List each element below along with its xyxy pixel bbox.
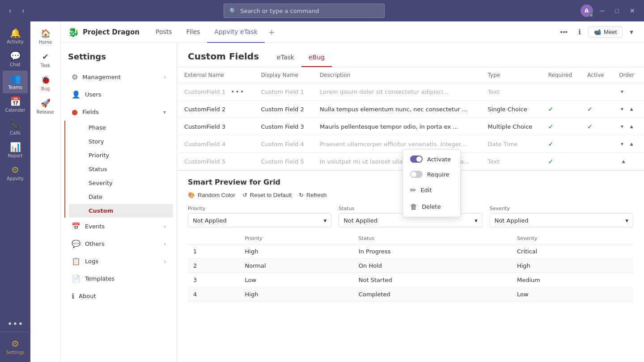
top-bar: ‹ › 🔍 Search or type a command A ─ □ ✕ bbox=[0, 0, 644, 21]
settings-sub-status[interactable]: Status bbox=[69, 162, 173, 176]
tab-bar-more-button[interactable]: ••• bbox=[556, 26, 571, 38]
cell-type: Text bbox=[481, 83, 541, 101]
sidebar-item-activity[interactable]: 🔔 Activity bbox=[3, 25, 28, 48]
row-actions-button[interactable]: ••• bbox=[231, 88, 245, 95]
others-icon: 💬 bbox=[72, 240, 80, 248]
random-color-label: Random Color bbox=[198, 192, 235, 198]
task-label: Task bbox=[41, 63, 51, 68]
severity-filter-value: Not Applied bbox=[495, 217, 529, 224]
priority-filter-select[interactable]: Not Applied ▾ bbox=[188, 213, 331, 227]
sidebar2-item-home[interactable]: 🏠 Home bbox=[32, 25, 59, 48]
settings-sub-priority[interactable]: Priority bbox=[69, 148, 173, 162]
order-up-button[interactable]: ▲ bbox=[619, 157, 628, 165]
sidebar2-item-bug[interactable]: 🐞 Bug bbox=[32, 72, 59, 95]
order-down-button[interactable]: ▾ bbox=[619, 122, 625, 130]
content-header: Custom Fields eTask eBug bbox=[177, 43, 644, 67]
order-down-button[interactable]: ▾ bbox=[619, 140, 625, 148]
sidebar2-item-release[interactable]: 🚀 Release bbox=[32, 95, 59, 118]
minimize-button[interactable]: ─ bbox=[597, 5, 608, 16]
search-bar[interactable]: 🔍 Search or type a command bbox=[224, 4, 385, 18]
avatar[interactable]: A bbox=[580, 4, 593, 17]
content-tab-etask[interactable]: eTask bbox=[270, 50, 301, 67]
cell-order: ▾ ▲ bbox=[612, 101, 644, 118]
settings-sub-date[interactable]: Date bbox=[69, 190, 173, 204]
tab-add-button[interactable]: + bbox=[265, 27, 279, 37]
settings-item-users[interactable]: 👤 Users bbox=[64, 86, 173, 103]
settings-item-logs[interactable]: 📋 Logs › bbox=[64, 253, 173, 270]
context-menu-delete[interactable]: 🗑 Delete bbox=[403, 198, 460, 215]
th-order: Order bbox=[612, 67, 644, 83]
sidebar-item-teams[interactable]: 👥 Teams bbox=[3, 71, 28, 93]
tab-files[interactable]: Files bbox=[179, 21, 208, 43]
content-tab-ebug[interactable]: eBug bbox=[301, 50, 332, 67]
settings-item-fields[interactable]: ● Fields ▾ bbox=[64, 103, 173, 121]
tab-posts[interactable]: Posts bbox=[148, 21, 179, 43]
cell-active bbox=[580, 153, 612, 170]
require-toggle-dot bbox=[411, 172, 416, 177]
sidebar-item-more[interactable]: ••• bbox=[3, 316, 28, 332]
required-checkmark: ✓ bbox=[548, 105, 554, 113]
sidebar-item-chat[interactable]: 💬 Chat bbox=[3, 48, 28, 71]
cell-type: Single Choice bbox=[481, 101, 541, 118]
context-menu-activate[interactable]: Activate bbox=[403, 152, 460, 167]
preview-row: 3 Low Not Started Medium bbox=[188, 273, 633, 287]
management-label: Management bbox=[82, 74, 121, 80]
table-row: CustomField 3 Custom Field 3 Mauris pell… bbox=[177, 118, 644, 135]
preview-row: 1 High In Progress Critical bbox=[188, 244, 633, 259]
context-menu-edit[interactable]: ✏ Edit bbox=[403, 182, 460, 198]
reset-to-default-button[interactable]: ↺ Reset to Default bbox=[242, 192, 292, 198]
severity-filter-select[interactable]: Not Applied ▾ bbox=[490, 213, 633, 227]
settings-item-about[interactable]: ℹ About bbox=[64, 287, 173, 305]
sidebar-item-appvity[interactable]: ⚙ Appvity bbox=[3, 162, 28, 185]
search-placeholder: Search or type a command bbox=[240, 8, 319, 14]
cell-display-name: Custom Field 3 bbox=[254, 118, 313, 135]
preview-row: 4 High Completed Low bbox=[188, 287, 633, 302]
chat-label: Chat bbox=[10, 62, 20, 67]
context-menu-require[interactable]: Require bbox=[403, 167, 460, 182]
meet-label: Meet bbox=[604, 29, 617, 35]
nav-back-button[interactable]: ‹ bbox=[5, 5, 15, 17]
activate-toggle[interactable] bbox=[410, 156, 423, 163]
tab-bar-actions: ••• ℹ 📹 Meet ▾ bbox=[556, 26, 637, 38]
calendar-icon: 📅 bbox=[10, 97, 21, 106]
nav-forward-button[interactable]: › bbox=[18, 5, 28, 17]
require-toggle[interactable] bbox=[410, 171, 423, 178]
priority-filter: Priority Not Applied ▾ bbox=[188, 206, 331, 227]
settings-sub-custom[interactable]: Custom bbox=[69, 204, 173, 218]
calls-icon: 📞 bbox=[10, 120, 21, 129]
preview-cell-severity: Low bbox=[512, 287, 633, 302]
maximize-button[interactable]: □ bbox=[612, 5, 623, 16]
events-icon: 📅 bbox=[72, 222, 80, 231]
settings-item-others[interactable]: 💬 Others › bbox=[64, 235, 173, 253]
order-up-button[interactable]: ▲ bbox=[627, 140, 636, 148]
order-up-button[interactable]: ▲ bbox=[627, 105, 636, 113]
tab-bar-info-button[interactable]: ℹ bbox=[575, 26, 585, 38]
settings-item-templates[interactable]: 📄 Templates bbox=[64, 270, 173, 287]
required-checkmark: ✓ bbox=[548, 158, 554, 165]
sidebar-item-calendar[interactable]: 📅 Calender bbox=[3, 93, 28, 116]
sidebar-item-settings[interactable]: ⚙ Settings bbox=[3, 336, 28, 358]
tab-appvity-etask[interactable]: Appvity eTask bbox=[207, 21, 265, 43]
order-up-button[interactable]: ▲ bbox=[627, 122, 636, 130]
content-title: Custom Fields bbox=[188, 51, 259, 67]
teams-icon: 👥 bbox=[10, 74, 21, 83]
order-down-button[interactable]: ▾ bbox=[619, 105, 625, 113]
close-button[interactable]: ✕ bbox=[626, 5, 639, 16]
preview-cell-status: In Progress bbox=[353, 244, 512, 259]
refresh-button[interactable]: ↻ Refresh bbox=[299, 192, 327, 198]
tab-bar-dropdown-button[interactable]: ▾ bbox=[626, 26, 637, 38]
meet-button[interactable]: 📹 Meet bbox=[588, 26, 623, 38]
settings-item-management[interactable]: ⚙ Management › bbox=[64, 68, 173, 86]
logs-icon: 📋 bbox=[72, 257, 80, 265]
sidebar2-item-task[interactable]: ✔ Task bbox=[32, 48, 59, 72]
settings-sidebar: Settings ⚙ Management › 👤 Users ● Fields… bbox=[61, 43, 177, 362]
settings-sub-story[interactable]: Story bbox=[69, 135, 173, 148]
settings-sub-phase[interactable]: Phase bbox=[69, 121, 173, 135]
random-color-button[interactable]: 🎨 Random Color bbox=[188, 192, 235, 198]
sidebar-item-calls[interactable]: 📞 Calls bbox=[3, 116, 28, 139]
refresh-label: Refresh bbox=[306, 192, 327, 198]
settings-item-events[interactable]: 📅 Events › bbox=[64, 218, 173, 235]
sidebar-item-report[interactable]: 📊 Report bbox=[3, 139, 28, 162]
order-down-button[interactable]: ▾ bbox=[619, 88, 625, 96]
settings-sub-severity[interactable]: Severity bbox=[69, 176, 173, 190]
